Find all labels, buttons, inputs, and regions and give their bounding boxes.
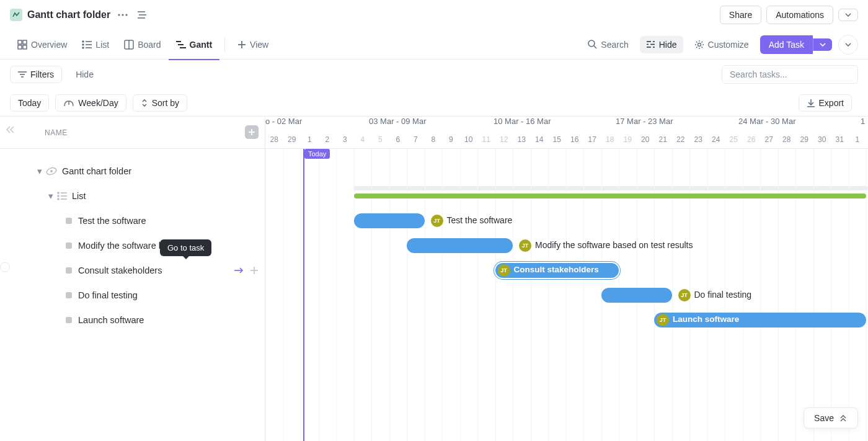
chevron-down-icon[interactable]: ▾ <box>48 191 53 201</box>
task-label: Consult stakeholders <box>78 265 162 275</box>
tree-list-row[interactable]: ▾ List <box>0 184 265 208</box>
summary-bar[interactable] <box>354 194 867 198</box>
week-label: 1 <box>861 117 865 126</box>
export-label: Export <box>819 98 844 108</box>
search-input[interactable]: Search tasks... <box>722 65 858 84</box>
task-label: Modify the software b <box>78 241 164 251</box>
tree-folder-row[interactable]: ▾ Gantt chart folder <box>0 159 265 184</box>
sort-button[interactable]: Sort by <box>133 94 187 112</box>
avatar: JT <box>498 264 510 277</box>
add-column-button[interactable] <box>245 125 259 139</box>
svg-point-41 <box>50 170 53 172</box>
share-button[interactable]: Share <box>720 6 761 24</box>
collapse-icon[interactable] <box>5 125 15 134</box>
task-label: Do final testing <box>78 290 138 300</box>
chevron-up-double-icon <box>839 414 848 422</box>
svg-rect-9 <box>23 45 27 49</box>
hide-toggle[interactable]: Hide <box>640 36 683 53</box>
automations-button[interactable]: Automations <box>766 6 833 24</box>
tab-gantt[interactable]: Gantt <box>169 30 220 60</box>
svg-point-0 <box>118 14 120 16</box>
add-task-label[interactable]: Add Task <box>760 35 813 54</box>
row-handle[interactable] <box>0 262 10 272</box>
avatar: JT <box>678 289 691 301</box>
tab-view-label: View <box>250 40 268 50</box>
svg-point-23 <box>588 40 595 47</box>
task-list-header: NAME <box>0 117 265 149</box>
day-label: 26 <box>743 135 761 144</box>
status-icon <box>66 243 72 249</box>
day-label: 1 <box>301 135 319 144</box>
status-icon <box>66 317 72 323</box>
day-label: 9 <box>442 135 460 144</box>
status-icon <box>66 292 72 298</box>
gantt-toolbar: Today Week/Day Sort by Export <box>0 89 868 117</box>
task-bar[interactable] <box>407 238 513 253</box>
day-label: 21 <box>654 135 672 144</box>
task-tree: ▾ Gantt chart folder ▾ List Test the sof… <box>0 149 265 332</box>
day-label: 17 <box>583 135 601 144</box>
save-button[interactable]: Save <box>804 408 858 429</box>
task-bar[interactable]: JTConsult stakeholders <box>495 263 619 278</box>
add-subtask-icon[interactable] <box>250 266 259 275</box>
page-title[interactable]: Gantt chart folder <box>27 9 110 20</box>
name-column-header: NAME <box>45 128 68 137</box>
go-to-task-icon[interactable] <box>234 267 245 274</box>
task-bar[interactable]: JTLaunch software <box>654 313 866 327</box>
task-label: Test the software <box>78 216 146 226</box>
search-button[interactable]: Search <box>582 36 634 53</box>
gantt-pane: o - 02 Mar03 Mar - 09 Mar10 Mar - 16 Mar… <box>265 117 868 441</box>
day-label: 18 <box>601 135 619 144</box>
filters-button[interactable]: Filters <box>10 66 62 83</box>
today-button[interactable]: Today <box>10 94 49 112</box>
outline-icon[interactable] <box>135 7 150 22</box>
gantt-row: JTModify the software based on test resu… <box>265 233 868 258</box>
more-options-icon[interactable] <box>838 35 858 55</box>
week-label: 10 Mar - 16 Mar <box>494 117 551 126</box>
tab-gantt-label: Gantt <box>190 40 213 50</box>
task-row[interactable]: Launch software <box>0 308 265 332</box>
day-label: 30 <box>813 135 831 144</box>
tab-overview-label: Overview <box>31 40 67 50</box>
gantt-chart[interactable]: TodayJTTest the softwareJTModify the sof… <box>265 149 868 441</box>
svg-rect-6 <box>18 40 22 44</box>
svg-rect-8 <box>18 45 22 49</box>
view-tabs: Overview List Board Gantt View Search Hi… <box>0 30 868 60</box>
svg-point-31 <box>698 43 701 46</box>
tab-list[interactable]: List <box>74 30 117 60</box>
hide-button[interactable]: Hide <box>68 66 101 82</box>
tooltip-go-to-task: Go to task <box>160 239 211 256</box>
filters-label: Filters <box>30 69 54 79</box>
export-button[interactable]: Export <box>799 94 852 112</box>
customize-button[interactable]: Customize <box>688 36 755 53</box>
tab-board[interactable]: Board <box>117 30 168 60</box>
task-bar[interactable] <box>354 213 425 228</box>
day-label: 2 <box>319 135 337 144</box>
day-label: 23 <box>689 135 707 144</box>
day-label: 16 <box>566 135 584 144</box>
task-row[interactable]: Do final testing <box>0 283 265 308</box>
list-node-icon <box>57 192 67 200</box>
tab-overview[interactable]: Overview <box>10 30 74 60</box>
customize-label: Customize <box>708 40 749 50</box>
add-task-caret[interactable] <box>813 38 832 51</box>
tab-add-view[interactable]: View <box>230 30 276 60</box>
zoom-button[interactable]: Week/Day <box>55 94 126 112</box>
add-task-button[interactable]: Add Task <box>760 35 832 54</box>
task-row-active[interactable]: Consult stakeholders <box>0 258 265 283</box>
day-label: 28 <box>778 135 796 144</box>
day-label: 31 <box>831 135 849 144</box>
more-icon[interactable] <box>115 7 130 22</box>
bar-label: Modify the software based on test result… <box>535 240 693 250</box>
task-row[interactable]: Modify the software b <box>0 233 265 258</box>
timeline-header: o - 02 Mar03 Mar - 09 Mar10 Mar - 16 Mar… <box>265 117 868 149</box>
status-icon <box>66 218 72 224</box>
task-bar[interactable] <box>601 288 672 303</box>
week-label: 24 Mar - 30 Mar <box>738 117 795 126</box>
automations-caret[interactable] <box>838 9 858 21</box>
chevron-down-icon[interactable]: ▾ <box>37 166 42 176</box>
title-bar: Gantt chart folder Share Automations <box>0 0 868 30</box>
search-label: Search <box>601 40 628 50</box>
task-row[interactable]: Test the software <box>0 208 265 233</box>
week-row: o - 02 Mar03 Mar - 09 Mar10 Mar - 16 Mar… <box>265 117 868 133</box>
